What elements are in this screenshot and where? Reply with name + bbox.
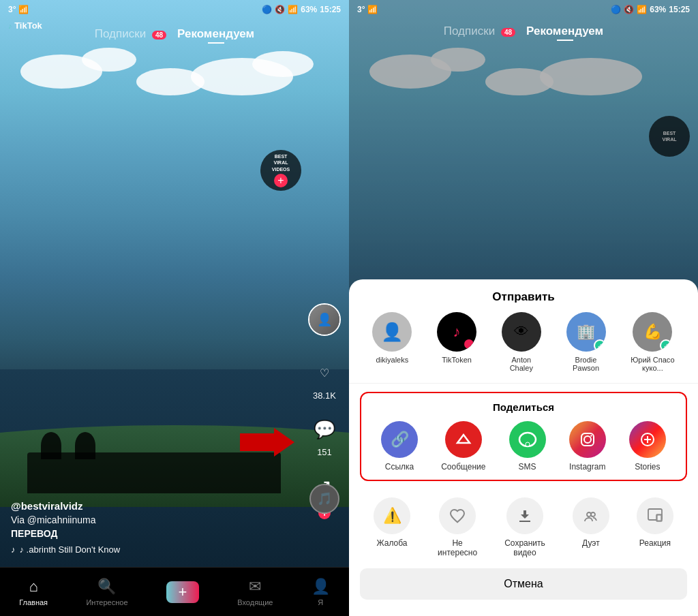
- contact-name-1: dikiyaleks: [376, 356, 409, 364]
- check-badge-5: ✓: [660, 339, 672, 352]
- check-badge-4: ✓: [594, 339, 606, 352]
- report-icon: ⚠️: [374, 497, 410, 534]
- music-info: ♪ ♪ .abrinth Still Don't Know: [11, 544, 301, 555]
- creator-username: @bestviralvidz: [11, 500, 301, 512]
- more-option-duet[interactable]: Дуэт: [573, 497, 609, 557]
- instagram-icon: [569, 421, 606, 458]
- sms-label: SMS: [519, 462, 536, 472]
- share-option-message[interactable]: Сообщение: [441, 421, 485, 472]
- bluetooth-left: 🔵: [262, 5, 272, 14]
- nav-subscriptions-right[interactable]: Подписки 48: [444, 25, 515, 38]
- nav-home[interactable]: ⌂ Главная: [19, 578, 48, 606]
- album-thumbnail: 🎵: [309, 484, 339, 514]
- add-button[interactable]: +: [166, 581, 199, 603]
- save-icon: [506, 497, 543, 534]
- via-text: Via @micahniinuma: [11, 514, 301, 525]
- contact-anton[interactable]: 👁 AntonChaley: [502, 312, 541, 372]
- heart-icon: ♡: [309, 358, 339, 388]
- share-option-link[interactable]: 🔗 Ссылка: [381, 421, 418, 472]
- contact-avatar-1: 👤: [372, 312, 412, 352]
- status-bar-left: 3° 📶 🔵 🔇 📶 63% 15:25: [0, 0, 349, 19]
- mute-right: 🔇: [624, 5, 634, 14]
- duet-label: Дуэт: [582, 538, 600, 548]
- duet-icon: [573, 497, 609, 534]
- share-option-stories[interactable]: Stories: [629, 421, 666, 472]
- left-phone: 3° 📶 🔵 🔇 📶 63% 15:25 ♪ TikTok Подписки 4…: [0, 0, 349, 616]
- like-count: 38.1K: [313, 390, 336, 401]
- reaction-icon: [637, 497, 673, 534]
- contact-name-4: BrodiePawson: [573, 356, 599, 372]
- profile-icon: 👤: [312, 578, 330, 596]
- music-title: ♪ .abrinth Still Don't Know: [20, 544, 121, 555]
- nav-me[interactable]: 👤 Я: [312, 578, 330, 606]
- temperature-right: 3°: [357, 5, 365, 14]
- svg-point-3: [526, 442, 530, 446]
- share-sheet: Отправить 👤 dikiyaleks ♪ TikToken: [349, 279, 698, 616]
- viral-badge-left: BESTVIRALVIDEOS +: [260, 150, 301, 191]
- wifi-left: 📶: [288, 5, 298, 14]
- more-options-row: ⚠️ Жалоба Неинтересно: [349, 489, 698, 566]
- nav-recommended-right[interactable]: Рекомендуем: [526, 25, 603, 38]
- contact-tiktoken[interactable]: ♪ TikToken: [437, 312, 476, 372]
- share-option-sms[interactable]: SMS: [509, 421, 546, 472]
- explore-label: Интересное: [86, 598, 127, 606]
- contact-name-3: AntonChaley: [510, 356, 533, 372]
- bottom-nav-left: ⌂ Главная 🔍 Интересное + ✉ Входящие 👤 Я: [0, 567, 349, 616]
- nav-add[interactable]: +: [166, 581, 199, 603]
- contact-brodie[interactable]: 🏢 ✓ BrodiePawson: [566, 312, 606, 372]
- nav-subscriptions-left[interactable]: Подписки 48: [95, 27, 166, 41]
- right-phone: 3° 📶 🔵 🔇 📶 63% 15:25 Подписки 48 Рекомен…: [349, 0, 698, 616]
- contact-yury[interactable]: 💪 ✓ Юрий Спасокуко...: [631, 312, 674, 372]
- link-icon: 🔗: [381, 421, 418, 458]
- temperature-left: 3°: [8, 5, 16, 14]
- comment-action[interactable]: 💬 151: [309, 414, 339, 457]
- svg-point-6: [590, 435, 592, 436]
- share-option-instagram[interactable]: Instagram: [569, 421, 606, 472]
- home-label: Главная: [19, 598, 48, 606]
- avatar-action: 👤 +: [308, 303, 341, 336]
- battery-right: 63%: [650, 5, 666, 14]
- svg-marker-1: [457, 435, 470, 443]
- notinterested-label: Неинтересно: [438, 538, 477, 557]
- share-options-section: Поделиться 🔗 Ссылка Сообщение: [360, 392, 687, 481]
- signal-icons-left: 📶: [18, 5, 29, 14]
- sms-icon: [509, 421, 546, 458]
- message-label: Сообщение: [441, 462, 485, 472]
- search-icon: 🔍: [97, 578, 116, 596]
- inbox-label: Входящие: [237, 598, 273, 606]
- inbox-icon: ✉: [249, 578, 261, 596]
- like-action[interactable]: ♡ 38.1K: [309, 358, 339, 401]
- contact-avatar-3: 👁: [502, 312, 541, 352]
- translation-label: ПЕРЕВОД: [11, 528, 301, 539]
- red-arrow: [240, 425, 294, 459]
- contact-name-2: TikToken: [442, 356, 472, 364]
- contacts-row: 👤 dikiyaleks ♪ TikToken 👁 AntonChaley: [349, 312, 698, 384]
- creator-avatar[interactable]: 👤: [308, 303, 341, 336]
- message-icon: [445, 421, 482, 458]
- share-section-title: Поделиться: [369, 401, 678, 413]
- contact-avatar-4: 🏢 ✓: [566, 312, 606, 352]
- stories-icon: [629, 421, 666, 458]
- contact-dikiyaleks[interactable]: 👤 dikiyaleks: [372, 312, 412, 372]
- me-label: Я: [318, 598, 323, 606]
- status-bar-right: 3° 📶 🔵 🔇 📶 63% 15:25: [349, 0, 698, 19]
- contact-avatar-5: 💪 ✓: [633, 312, 672, 352]
- svg-point-5: [584, 436, 591, 443]
- contact-name-5: Юрий Спасокуко...: [631, 356, 674, 372]
- nav-inbox[interactable]: ✉ Входящие: [237, 578, 273, 606]
- more-option-reaction[interactable]: Реакция: [637, 497, 673, 557]
- contact-avatar-2: ♪: [437, 312, 476, 352]
- comment-icon: 💬: [309, 414, 339, 444]
- time-left: 15:25: [320, 5, 341, 14]
- save-label: Сохранитьвидео: [504, 538, 545, 557]
- nav-explore[interactable]: 🔍 Интересное: [86, 578, 127, 606]
- link-label: Ссылка: [385, 462, 414, 472]
- svg-point-12: [591, 512, 595, 517]
- more-option-notinterested[interactable]: Неинтересно: [438, 497, 477, 557]
- music-note-icon: ♪: [11, 544, 16, 555]
- more-option-report[interactable]: ⚠️ Жалоба: [374, 497, 410, 557]
- cancel-button[interactable]: Отмена: [360, 568, 687, 600]
- viral-plus-left[interactable]: +: [274, 174, 288, 187]
- nav-recommended-left[interactable]: Рекомендуем: [177, 27, 254, 41]
- more-option-save[interactable]: Сохранитьвидео: [504, 497, 545, 557]
